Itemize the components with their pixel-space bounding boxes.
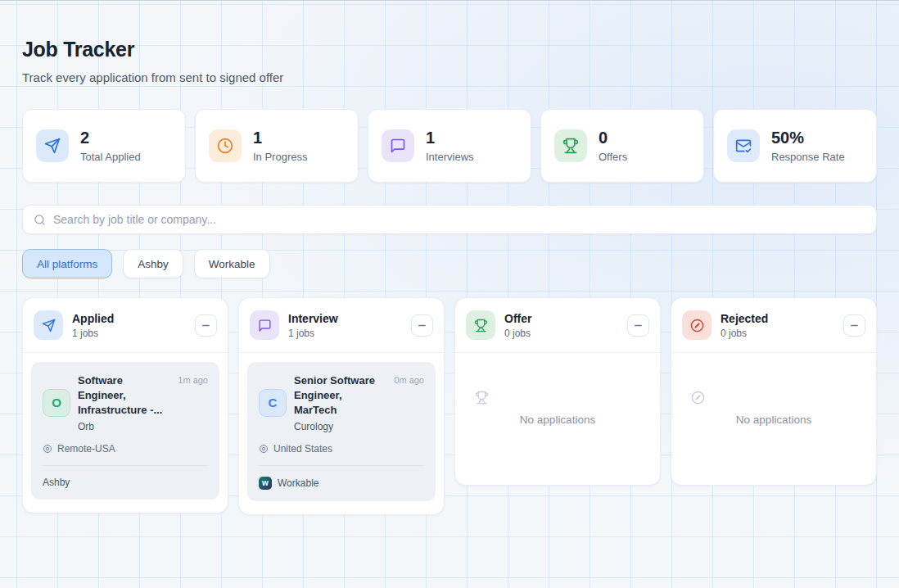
column-count: 1 jobs xyxy=(72,328,114,339)
stat-label: Total Applied xyxy=(80,151,141,163)
minus-icon xyxy=(201,320,211,331)
column-body: C Senior Software Engineer, MarTech Curo… xyxy=(239,353,444,514)
job-platform-label: Ashby xyxy=(43,477,70,488)
search-input[interactable] xyxy=(53,213,865,226)
column-body: O Software Engineer, Infrastructure -...… xyxy=(23,353,228,513)
column-rejected: Rejected 0 jobs No applications xyxy=(671,297,877,486)
stat-value: 1 xyxy=(253,129,307,147)
job-card-divider xyxy=(259,465,424,466)
stat-card-response-rate: 50% Response Rate xyxy=(713,109,877,183)
column-body-empty: No applications xyxy=(671,353,876,485)
stat-label: In Progress xyxy=(253,151,307,163)
page-subtitle: Track every application from sent to sig… xyxy=(22,70,877,84)
job-card[interactable]: O Software Engineer, Infrastructure -...… xyxy=(31,362,219,500)
job-text: Software Engineer, Infrastructure -... O… xyxy=(78,373,170,432)
filter-all-platforms[interactable]: All platforms xyxy=(22,249,112,278)
empty-state-text: No applications xyxy=(671,413,876,425)
send-icon xyxy=(34,310,63,340)
minus-icon xyxy=(849,320,860,331)
trophy-ghost-icon xyxy=(475,391,489,405)
minus-icon xyxy=(633,320,644,331)
column-header: Rejected 0 jobs xyxy=(671,298,876,353)
empty-state-text: No applications xyxy=(455,413,660,425)
column-count: 1 jobs xyxy=(288,328,338,339)
x-circle-ghost-icon xyxy=(691,391,705,405)
column-body-empty: No applications xyxy=(455,353,660,485)
collapse-column-button[interactable] xyxy=(843,314,865,337)
stat-label: Offers xyxy=(599,151,627,163)
column-count: 0 jobs xyxy=(721,328,768,339)
column-interview: Interview 1 jobs C Senior Software Engin… xyxy=(238,297,445,515)
job-title: Senior Software Engineer, MarTech xyxy=(294,373,386,418)
job-card-top: C Senior Software Engineer, MarTech Curo… xyxy=(259,373,424,432)
job-location: Remote-USA xyxy=(43,443,208,455)
stat-card-offers: 0 Offers xyxy=(540,109,704,183)
kanban-board: Applied 1 jobs O Software Engineer, Infr… xyxy=(22,297,877,515)
stat-card-interviews: 1 Interviews xyxy=(368,109,531,183)
collapse-column-button[interactable] xyxy=(195,314,217,337)
job-location: United States xyxy=(259,443,424,455)
stat-value: 2 xyxy=(80,129,141,147)
job-title: Software Engineer, Infrastructure -... xyxy=(78,373,170,418)
job-location-text: United States xyxy=(273,443,332,455)
filter-ashby[interactable]: Ashby xyxy=(123,249,183,278)
stat-label: Response Rate xyxy=(771,151,845,163)
mail-check-icon xyxy=(727,129,760,162)
stat-value: 1 xyxy=(426,129,474,147)
collapse-column-button[interactable] xyxy=(627,314,649,337)
company-avatar: O xyxy=(43,389,70,417)
column-header: Applied 1 jobs xyxy=(23,298,228,353)
job-text: Senior Software Engineer, MarTech Curolo… xyxy=(294,373,386,432)
location-icon xyxy=(43,444,52,454)
column-applied: Applied 1 jobs O Software Engineer, Infr… xyxy=(22,297,228,513)
collapse-column-button[interactable] xyxy=(411,314,433,337)
job-platform: w Workable xyxy=(259,477,424,490)
trophy-icon xyxy=(466,310,495,340)
location-icon xyxy=(259,444,269,454)
search-bar xyxy=(22,205,877,234)
job-location-text: Remote-USA xyxy=(57,443,115,455)
column-count: 0 jobs xyxy=(504,328,531,339)
message-icon xyxy=(250,310,279,340)
company-avatar: C xyxy=(259,389,287,417)
stat-value: 0 xyxy=(599,129,627,147)
message-icon xyxy=(382,129,414,162)
job-company: Orb xyxy=(78,421,170,432)
column-title: Applied xyxy=(72,312,114,325)
job-company: Curology xyxy=(294,421,386,432)
send-icon xyxy=(36,129,69,162)
column-title: Rejected xyxy=(721,312,768,325)
workable-logo-icon: w xyxy=(259,477,272,490)
job-card-top: O Software Engineer, Infrastructure -...… xyxy=(43,373,208,432)
filter-workable[interactable]: Workable xyxy=(194,249,270,278)
job-platform-label: Workable xyxy=(278,477,318,489)
job-time: 1m ago xyxy=(178,375,208,385)
search-icon xyxy=(34,214,46,226)
clock-icon xyxy=(209,129,242,162)
trophy-icon xyxy=(554,129,587,162)
job-time: 0m ago xyxy=(394,375,424,385)
job-tracker-page: Job Tracker Track every application from… xyxy=(0,1,899,515)
platform-filters: All platforms Ashby Workable xyxy=(22,249,877,278)
page-title: Job Tracker xyxy=(22,38,877,61)
stat-label: Interviews xyxy=(426,151,474,163)
stat-value: 50% xyxy=(771,129,845,147)
stat-card-total-applied: 2 Total Applied xyxy=(22,109,186,183)
stat-card-in-progress: 1 In Progress xyxy=(195,109,359,183)
column-title: Interview xyxy=(288,312,338,325)
stats-row: 2 Total Applied 1 In Progress 1 Intervie… xyxy=(22,109,877,183)
x-circle-icon xyxy=(682,310,712,340)
minus-icon xyxy=(417,320,427,331)
job-platform: Ashby xyxy=(43,477,208,488)
job-card[interactable]: C Senior Software Engineer, MarTech Curo… xyxy=(247,362,436,501)
column-header: Interview 1 jobs xyxy=(239,298,444,353)
column-header: Offer 0 jobs xyxy=(455,298,660,353)
column-title: Offer xyxy=(504,312,531,325)
job-card-divider xyxy=(43,465,208,466)
column-offer: Offer 0 jobs No applications xyxy=(454,297,661,486)
